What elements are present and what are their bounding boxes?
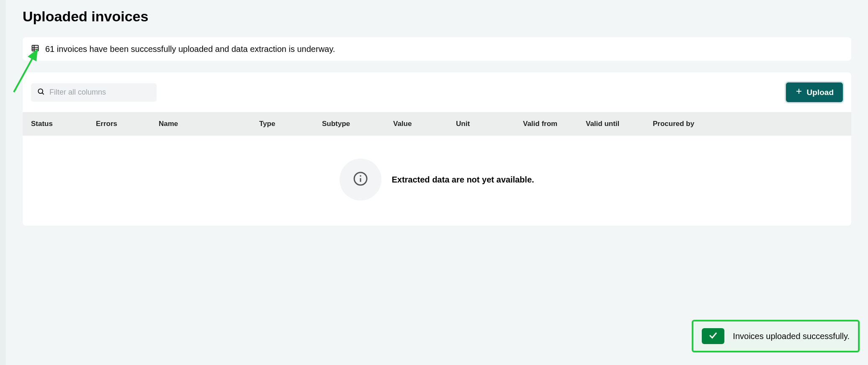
page-title: Uploaded invoices — [23, 8, 851, 25]
status-bar: 61 invoices have been successfully uploa… — [23, 37, 851, 61]
empty-state: Extracted data are not yet available. — [23, 136, 851, 226]
column-header-name[interactable]: Name — [159, 120, 259, 128]
status-message: 61 invoices have been successfully uploa… — [45, 44, 335, 54]
search-icon — [37, 87, 45, 98]
toast-success: Invoices uploaded successfully. — [692, 320, 860, 352]
column-header-status[interactable]: Status — [31, 120, 96, 128]
toolbar: Upload — [23, 82, 851, 112]
upload-button-label: Upload — [807, 88, 834, 97]
info-circle — [340, 159, 381, 200]
table-header-row: Status Errors Name Type Subtype Value Un… — [23, 112, 851, 136]
info-icon — [353, 171, 368, 188]
column-header-type[interactable]: Type — [259, 120, 322, 128]
main-card: Upload Status Errors Name Type Subtype V… — [23, 72, 851, 226]
svg-rect-0 — [32, 45, 39, 51]
upload-button[interactable]: Upload — [786, 82, 843, 102]
svg-point-6 — [38, 89, 43, 93]
svg-point-12 — [360, 175, 362, 177]
svg-line-7 — [42, 93, 44, 94]
column-header-value[interactable]: Value — [393, 120, 456, 128]
plus-icon — [795, 87, 803, 97]
column-header-procuredby[interactable]: Procured by — [653, 120, 737, 128]
empty-state-text: Extracted data are not yet available. — [392, 175, 534, 185]
toast-check-box — [702, 328, 724, 344]
column-header-errors[interactable]: Errors — [96, 120, 159, 128]
filter-input-wrapper[interactable] — [31, 83, 157, 102]
table-icon — [31, 44, 39, 54]
column-header-validuntil[interactable]: Valid until — [586, 120, 653, 128]
toast-message: Invoices uploaded successfully. — [733, 332, 850, 341]
filter-input[interactable] — [49, 88, 151, 97]
column-header-unit[interactable]: Unit — [456, 120, 523, 128]
column-header-validfrom[interactable]: Valid from — [523, 120, 586, 128]
check-icon — [708, 330, 718, 342]
column-header-subtype[interactable]: Subtype — [322, 120, 393, 128]
